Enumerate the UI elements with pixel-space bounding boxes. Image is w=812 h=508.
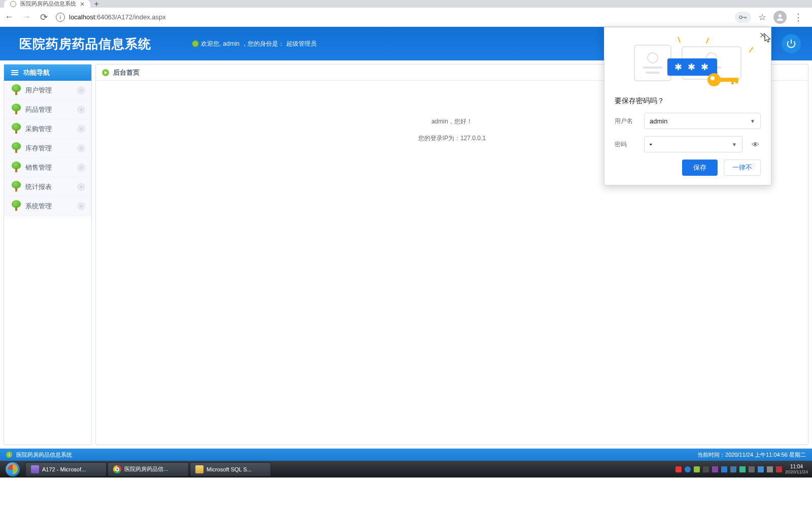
tree-icon xyxy=(10,123,22,135)
tree-icon xyxy=(10,104,22,116)
sidebar-item-label: 采购管理 xyxy=(25,124,52,134)
device-icon xyxy=(634,45,671,81)
svg-rect-9 xyxy=(735,80,738,83)
taskbar-clock[interactable]: 11:04 2020/11/24 xyxy=(785,464,808,475)
svg-point-5 xyxy=(707,73,721,86)
never-button[interactable]: 一律不 xyxy=(724,160,761,176)
os-taskbar: A172 - Microsof... 医院药房药品信... Microsoft … xyxy=(0,461,812,478)
username-value: admin xyxy=(650,117,667,125)
favicon xyxy=(10,1,16,7)
tray-icon[interactable] xyxy=(685,466,691,472)
chevron-right-icon: › xyxy=(77,106,85,114)
tray-icon[interactable] xyxy=(730,466,736,472)
status-bar: i 医院药房药品信息系统 当前时间：2020/11/24 上午11:04:56 … xyxy=(0,449,812,461)
forward-button[interactable]: → xyxy=(21,12,31,22)
app-icon xyxy=(195,465,204,473)
taskbar-item-sql[interactable]: Microsoft SQL S... xyxy=(190,462,271,477)
tree-icon xyxy=(10,84,22,97)
sidebar-header-label: 功能导航 xyxy=(23,68,50,77)
svg-point-6 xyxy=(710,76,715,80)
browser-tab[interactable]: 医院药房药品信息系统 × xyxy=(4,0,90,8)
tray-icon[interactable] xyxy=(721,466,727,472)
status-right-text: 当前时间：2020/11/24 上午11:04:56 星期二 xyxy=(697,451,806,459)
sidebar-item-label: 系统管理 xyxy=(25,202,52,211)
taskbar-item-chrome[interactable]: 医院药房药品信... xyxy=(108,462,189,477)
sidebar-item-users[interactable]: 用户管理 › xyxy=(4,81,91,100)
tray-icon[interactable] xyxy=(703,466,709,472)
hamburger-icon xyxy=(11,70,18,75)
sidebar-item-drugs[interactable]: 药品管理 › xyxy=(4,100,91,119)
start-button[interactable] xyxy=(1,461,24,478)
bookmark-star-icon[interactable]: ☆ xyxy=(758,12,766,23)
sidebar-item-sales[interactable]: 销售管理 › xyxy=(4,158,91,177)
tray-icon[interactable] xyxy=(767,466,773,472)
sidebar-item-label: 药品管理 xyxy=(25,105,52,114)
taskbar-item-label: A172 - Microsof... xyxy=(42,466,86,472)
tree-icon xyxy=(10,142,22,154)
logout-button[interactable] xyxy=(782,34,801,53)
username-label: 用户名 xyxy=(615,117,637,125)
browser-menu-icon[interactable]: ⋮ xyxy=(794,12,803,23)
tray-icon[interactable] xyxy=(712,466,718,472)
url-path: 64063/A172/index.aspx xyxy=(97,13,166,21)
site-info-icon[interactable]: i xyxy=(56,13,65,22)
new-tab-button[interactable]: + xyxy=(90,0,103,8)
tray-icon[interactable] xyxy=(758,466,764,472)
save-password-popup: ✕ ✱ ✱ ✱ 要保存密码吗？ 用户名 admin ▼ 密码 • ▼ 👁 保存 … xyxy=(604,27,771,185)
tree-icon xyxy=(10,162,22,174)
ip-text: 您的登录IP为：127.0.0.1 xyxy=(418,134,486,143)
play-icon xyxy=(102,69,109,76)
password-label: 密码 xyxy=(615,140,637,149)
svg-point-0 xyxy=(739,16,742,18)
sidebar-item-system[interactable]: 系统管理 › xyxy=(4,197,91,216)
tray-icon[interactable] xyxy=(749,466,755,472)
tray-icon[interactable] xyxy=(739,466,746,472)
status-info-icon: i xyxy=(6,452,12,458)
sidebar-item-purchase[interactable]: 采购管理 › xyxy=(4,119,91,139)
taskbar-item-vs[interactable]: A172 - Microsof... xyxy=(25,462,107,477)
reload-button[interactable]: ⟳ xyxy=(39,12,49,22)
welcome-text: 欢迎您, admin ，您的身份是： 超级管理员 xyxy=(192,40,317,48)
username-row: 用户名 admin ▼ xyxy=(615,113,761,129)
sidebar-item-reports[interactable]: 统计报表 › xyxy=(4,177,91,197)
sidebar-item-label: 用户管理 xyxy=(25,86,52,95)
chevron-right-icon: › xyxy=(77,202,85,210)
address-field[interactable]: i localhost:64063/A172/index.aspx xyxy=(56,13,728,22)
key-icon xyxy=(706,71,741,88)
sidebar-item-stock[interactable]: 库存管理 › xyxy=(4,139,91,158)
save-button[interactable]: 保存 xyxy=(682,160,718,176)
sidebar-item-label: 库存管理 xyxy=(25,144,52,153)
clock-date: 2020/11/24 xyxy=(785,469,808,475)
tray-icon[interactable] xyxy=(776,466,782,472)
popup-illustration: ✱ ✱ ✱ xyxy=(615,36,761,90)
profile-avatar-icon[interactable] xyxy=(773,11,787,24)
status-left-text: 医院药房药品信息系统 xyxy=(16,451,72,459)
reveal-password-icon[interactable]: 👁 xyxy=(750,140,761,149)
tray-icon[interactable] xyxy=(675,466,682,472)
taskbar-item-label: 医院药房药品信... xyxy=(124,465,168,473)
system-tray: 11:04 2020/11/24 xyxy=(675,464,812,475)
taskbar-item-label: Microsoft SQL S... xyxy=(207,466,252,472)
greeting-text: admin，您好！ xyxy=(431,117,472,126)
url-host: localhost: xyxy=(69,13,97,21)
tree-icon xyxy=(10,200,22,212)
username-select[interactable]: admin ▼ xyxy=(644,113,761,129)
browser-toolbar: ← → ⟳ i localhost:64063/A172/index.aspx … xyxy=(0,8,812,27)
tab-title: 医院药房药品信息系统 xyxy=(20,0,76,8)
browser-tabbar: 医院药房药品信息系统 × + xyxy=(0,0,812,8)
popup-actions: 保存 一律不 xyxy=(615,160,761,176)
sidebar-item-label: 统计报表 xyxy=(25,182,52,192)
mouse-cursor-icon xyxy=(764,34,771,45)
password-value: • xyxy=(650,141,652,148)
chevron-right-icon: › xyxy=(77,164,85,172)
app-title: 医院药房药品信息系统 xyxy=(19,36,151,52)
tab-close-icon[interactable]: × xyxy=(80,0,84,8)
dropdown-icon: ▼ xyxy=(732,142,737,147)
back-button[interactable]: ← xyxy=(4,12,14,22)
tray-icon[interactable] xyxy=(694,466,700,472)
chevron-right-icon: › xyxy=(77,125,85,133)
tree-icon xyxy=(10,181,22,193)
content-header-label: 后台首页 xyxy=(113,68,140,77)
password-key-icon[interactable] xyxy=(735,12,751,23)
sidebar-header: 功能导航 xyxy=(4,65,91,81)
